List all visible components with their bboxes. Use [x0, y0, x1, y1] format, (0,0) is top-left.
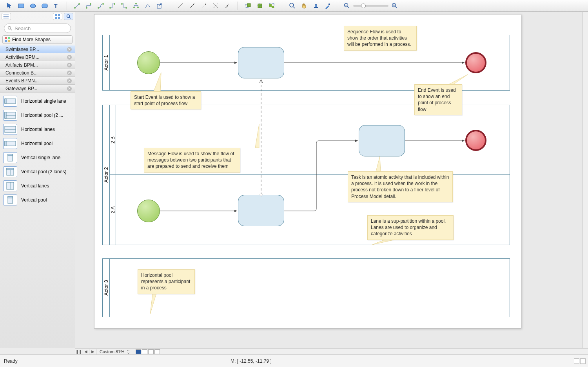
note-hpool[interactable]: Horizontal pool represents a participant…	[138, 269, 195, 294]
category-item[interactable]: Activities BPM... ✕	[0, 53, 75, 61]
vertical-scrollbar[interactable]	[583, 12, 588, 348]
note-sequence-flow[interactable]: Sequence Flow is used to show the order …	[344, 26, 417, 51]
find-more-shapes-button[interactable]: Find More Shapes	[2, 35, 73, 44]
end-event-1[interactable]	[465, 52, 486, 73]
svg-rect-54	[7, 168, 14, 170]
task-3[interactable]	[238, 195, 284, 226]
zoom-label[interactable]: Custom 81%	[100, 349, 124, 354]
end-event-2[interactable]	[465, 130, 486, 151]
zoom-in-icon[interactable]	[287, 1, 298, 11]
line1-icon[interactable]	[175, 1, 186, 11]
note-message-flow[interactable]: Message Flow is used to show the flow of…	[144, 148, 240, 173]
connector-free-icon[interactable]	[142, 1, 153, 11]
pan-icon[interactable]	[299, 1, 310, 11]
task-2[interactable]	[359, 125, 405, 156]
search-icon	[7, 26, 12, 31]
canvas-area[interactable]: Actor 1 Actor 2 2 B 2 A Actor 3	[75, 12, 588, 348]
note-start-event[interactable]: Start Event is used to show a start poin…	[131, 91, 201, 109]
shape-item[interactable]: Horizontal lanes	[0, 122, 75, 136]
zoom-out-icon[interactable]	[344, 3, 350, 9]
connector-step-icon[interactable]	[107, 1, 118, 11]
svg-rect-34	[55, 17, 57, 19]
shape-item[interactable]: Horizontal single lane	[0, 94, 75, 108]
rectangle-icon[interactable]	[16, 1, 27, 11]
scroll-pause-icon[interactable]: ❚❚	[75, 349, 82, 354]
snap3-icon[interactable]	[266, 1, 277, 11]
start-event-1[interactable]	[137, 51, 160, 74]
scroll-left-icon[interactable]: ◀	[82, 349, 89, 354]
stamp-icon[interactable]	[310, 1, 321, 11]
svg-rect-50	[5, 141, 6, 146]
svg-rect-38	[5, 37, 7, 39]
svg-point-36	[67, 15, 70, 17]
snap1-icon[interactable]	[243, 1, 254, 11]
close-icon[interactable]: ✕	[67, 71, 72, 75]
category-label: Activities BPM...	[5, 55, 40, 60]
zoom-in2-icon[interactable]	[392, 3, 398, 9]
svg-point-5	[78, 3, 80, 5]
note-lane[interactable]: Lane is a sup-partition within a pool. L…	[367, 215, 454, 240]
shape-item[interactable]: Vertical lanes	[0, 179, 75, 193]
shape-thumb-icon	[3, 194, 17, 205]
shape-label: Horizontal single lane	[21, 98, 66, 104]
connector-tree-icon[interactable]	[131, 1, 142, 11]
svg-rect-32	[55, 14, 57, 16]
svg-point-18	[227, 5, 228, 6]
note-task[interactable]: Task is an atomic activity that is inclu…	[348, 171, 453, 202]
close-icon[interactable]: ✕	[67, 86, 72, 91]
svg-rect-26	[328, 4, 330, 5]
shape-item[interactable]: Vertical single lane	[0, 151, 75, 165]
close-icon[interactable]: ✕	[67, 63, 72, 67]
start-event-2[interactable]	[137, 200, 160, 222]
close-icon[interactable]: ✕	[67, 47, 72, 52]
category-item[interactable]: Events BPMN... ✕	[0, 77, 75, 85]
connector-rev-icon[interactable]	[119, 1, 130, 11]
svg-point-6	[86, 7, 87, 9]
close-icon[interactable]: ✕	[67, 55, 72, 60]
category-item[interactable]: Artifacts BPM... ✕	[0, 61, 75, 69]
ellipse-icon[interactable]	[27, 1, 38, 11]
panel-tab-shapes[interactable]	[2, 13, 11, 20]
connector-curve-icon[interactable]	[95, 1, 106, 11]
snap2-icon[interactable]	[254, 1, 265, 11]
panel-search-icon[interactable]	[64, 13, 73, 20]
pool-title-actor3: Actor 3	[103, 259, 110, 317]
line4-icon[interactable]	[210, 1, 221, 11]
shape-item[interactable]: Horizontal pool	[0, 136, 75, 151]
close-icon[interactable]: ✕	[67, 78, 72, 83]
export-icon[interactable]	[154, 1, 165, 11]
eyedropper-icon[interactable]	[322, 1, 333, 11]
connector-straight-icon[interactable]	[72, 1, 83, 11]
page-tabs[interactable]	[133, 349, 162, 354]
connector-elbow-icon[interactable]	[83, 1, 94, 11]
zoom-stepper-icon[interactable]	[127, 349, 130, 354]
pointer-icon[interactable]	[4, 1, 15, 11]
find-more-label: Find More Shapes	[12, 37, 51, 42]
shape-item[interactable]: Vertical pool	[0, 193, 75, 207]
shapes-panel: Search Find More Shapes Swimlanes BP... …	[0, 12, 75, 348]
task-1[interactable]	[238, 47, 284, 78]
pool-actor1[interactable]: Actor 1	[102, 35, 510, 91]
category-item[interactable]: Connection B... ✕	[0, 69, 75, 77]
diagram-paper[interactable]: Actor 1 Actor 2 2 B 2 A Actor 3	[94, 14, 521, 329]
rounded-rect-icon[interactable]	[39, 1, 50, 11]
zoom-slider[interactable]	[341, 3, 400, 9]
shape-item[interactable]: Horizontal pool (2 ...	[0, 108, 75, 122]
svg-point-10	[109, 7, 111, 9]
status-right-icons[interactable]	[574, 358, 586, 364]
svg-rect-39	[8, 37, 10, 39]
line3-icon[interactable]	[198, 1, 209, 11]
svg-rect-25	[314, 7, 318, 8]
shape-thumb-icon	[3, 138, 17, 149]
scroll-right-icon[interactable]: ▶	[89, 349, 96, 354]
shape-item[interactable]: Vertical pool (2 lanes)	[0, 165, 75, 179]
text-icon[interactable]: T	[51, 1, 62, 11]
panel-view-grid-icon[interactable]	[53, 13, 62, 20]
category-item[interactable]: Gateways BP... ✕	[0, 85, 75, 93]
category-label: Gateways BP...	[5, 86, 37, 91]
search-input[interactable]: Search	[4, 24, 71, 33]
line5-icon[interactable]	[222, 1, 233, 11]
category-item[interactable]: Swimlanes BP... ✕	[0, 45, 75, 53]
note-end-event[interactable]: End Event is used to show an end point o…	[414, 84, 462, 115]
line2-icon[interactable]	[187, 1, 198, 11]
